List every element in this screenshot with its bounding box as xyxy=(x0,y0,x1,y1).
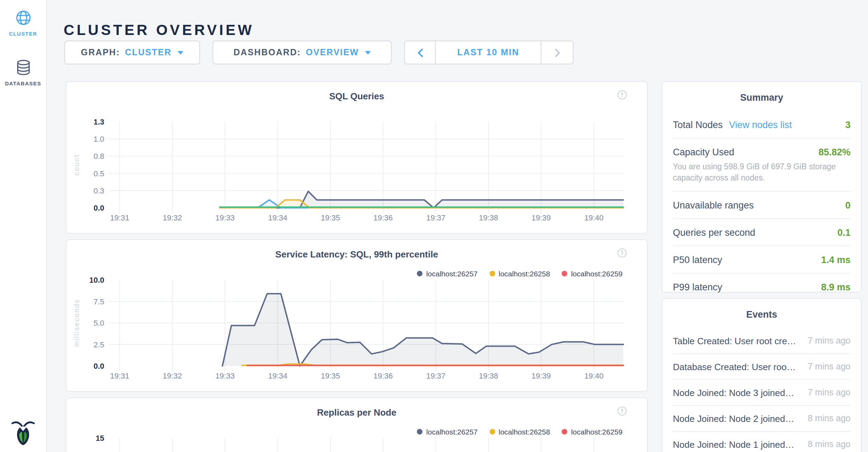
queries-per-second-value: 0.1 xyxy=(837,227,851,238)
svg-text:1.0: 1.0 xyxy=(93,135,104,143)
time-window-next-button[interactable] xyxy=(541,41,573,64)
chevron-down-icon xyxy=(365,51,371,54)
database-icon xyxy=(16,59,30,76)
svg-text:milliseconds: milliseconds xyxy=(73,299,80,347)
dashboard-dropdown-value: OVERVIEW xyxy=(306,48,359,57)
chart-title: Replicas per Node xyxy=(66,407,647,418)
event-time: 7 mins ago xyxy=(802,336,851,346)
summary-row-capacity: Capacity Used 85.82% You are using 598.9… xyxy=(673,139,851,192)
summary-row-p99-latency: P99 latency 8.9 ms xyxy=(673,274,851,300)
chart-legend: localhost:26257 localhost:26258 localhos… xyxy=(417,428,622,436)
summary-row-total-nodes: Total Nodes View nodes list 3 xyxy=(673,112,851,139)
legend-item[interactable]: localhost:26258 xyxy=(490,269,550,278)
legend-item[interactable]: localhost:26257 xyxy=(417,269,478,278)
summary-title: Summary xyxy=(662,82,861,103)
series-dot-icon xyxy=(490,429,495,435)
svg-text:19:39: 19:39 xyxy=(532,372,551,380)
event-row[interactable]: Node Joined: Node 1 joined… 8 mins ago xyxy=(673,432,851,452)
event-row[interactable]: Node Joined: Node 2 joined… 8 mins ago xyxy=(673,406,851,432)
svg-text:19:33: 19:33 xyxy=(215,213,235,222)
chevron-down-icon xyxy=(178,51,184,54)
svg-text:19:40: 19:40 xyxy=(584,372,604,380)
event-row[interactable]: Node Joined: Node 3 joined… 7 mins ago xyxy=(673,380,851,406)
events-title: Events xyxy=(662,299,861,320)
dashboard-dropdown-label: DASHBOARD: xyxy=(234,48,301,57)
svg-text:19:38: 19:38 xyxy=(479,213,498,222)
graph-dropdown-value: CLUSTER xyxy=(125,48,171,57)
svg-text:19:37: 19:37 xyxy=(426,213,446,222)
sidebar-item-cluster-label: CLUSTER xyxy=(9,31,37,37)
svg-text:count: count xyxy=(73,154,80,176)
replicas-per-node-plot[interactable]: 15141312111019:3119:3219:3319:3419:3519:… xyxy=(66,398,648,452)
series-dot-icon xyxy=(562,429,568,435)
chart-card-service-latency: 0.02.55.07.510.019:3119:3219:3319:3419:3… xyxy=(66,239,648,392)
legend-item[interactable]: localhost:26258 xyxy=(490,428,550,436)
event-time: 7 mins ago xyxy=(802,388,851,397)
info-icon[interactable] xyxy=(618,407,627,416)
capacity-value: 85.82% xyxy=(818,147,851,157)
info-icon[interactable] xyxy=(618,248,627,257)
event-time: 8 mins ago xyxy=(802,414,851,423)
svg-text:19:32: 19:32 xyxy=(163,372,182,380)
sidebar: CLUSTER DATABASES xyxy=(0,0,47,452)
svg-text:19:34: 19:34 xyxy=(268,372,287,380)
svg-text:19:35: 19:35 xyxy=(321,372,340,380)
svg-text:5.0: 5.0 xyxy=(93,319,104,327)
legend-item[interactable]: localhost:26257 xyxy=(417,428,478,436)
svg-text:0.0: 0.0 xyxy=(93,362,104,370)
svg-text:19:31: 19:31 xyxy=(110,213,129,222)
info-icon[interactable] xyxy=(618,90,627,99)
capacity-label: Capacity Used xyxy=(673,147,734,157)
page-title: CLUSTER OVERVIEW xyxy=(64,22,254,38)
total-nodes-value: 3 xyxy=(845,120,851,130)
graph-dropdown[interactable]: GRAPH: CLUSTER xyxy=(64,41,200,64)
sidebar-item-databases-label: DATABASES xyxy=(5,80,41,87)
chart-card-sql-queries: 0.00.30.50.81.01.319:3119:3219:3319:3419… xyxy=(66,81,648,234)
svg-text:0.8: 0.8 xyxy=(93,152,104,161)
svg-text:19:37: 19:37 xyxy=(426,372,446,380)
total-nodes-label: Total Nodes xyxy=(673,120,723,130)
series-dot-icon xyxy=(562,271,568,276)
time-window-prev-button[interactable] xyxy=(405,41,436,64)
event-row[interactable]: Table Created: User root cre… 7 mins ago xyxy=(673,328,851,354)
legend-item[interactable]: localhost:26259 xyxy=(562,269,622,278)
sidebar-item-cluster[interactable]: CLUSTER xyxy=(0,10,46,37)
chevron-left-icon xyxy=(417,48,423,57)
svg-text:0.3: 0.3 xyxy=(93,186,104,195)
series-dot-icon xyxy=(417,271,423,276)
svg-text:19:32: 19:32 xyxy=(163,213,182,222)
svg-text:15: 15 xyxy=(96,434,104,443)
dashboard-dropdown[interactable]: DASHBOARD: OVERVIEW xyxy=(213,41,392,64)
view-nodes-list-link[interactable]: View nodes list xyxy=(729,120,792,130)
svg-text:19:38: 19:38 xyxy=(479,372,498,380)
event-time: 8 mins ago xyxy=(802,439,851,449)
svg-text:10.0: 10.0 xyxy=(89,276,104,284)
summary-row-queries-per-second: Queries per second 0.1 xyxy=(673,219,851,246)
summary-row-unavailable-ranges: Unavailable ranges 0 xyxy=(673,192,851,219)
p50-latency-value: 1.4 ms xyxy=(821,254,851,265)
cluster-overview-page: CLUSTER DATABASES xyxy=(0,0,868,452)
chart-card-replicas-per-node: 15141312111019:3119:3219:3319:3419:3519:… xyxy=(66,397,648,452)
summary-row-p50-latency: P50 latency 1.4 ms xyxy=(673,246,851,274)
event-row[interactable]: Database Created: User roo… 7 mins ago xyxy=(673,354,851,380)
legend-item[interactable]: localhost:26259 xyxy=(562,428,622,436)
svg-text:19:33: 19:33 xyxy=(215,372,235,380)
time-window-selector: LAST 10 MIN xyxy=(404,41,574,64)
cockroachdb-logo-icon xyxy=(10,419,36,446)
svg-text:19:39: 19:39 xyxy=(532,213,551,222)
svg-text:19:40: 19:40 xyxy=(584,213,604,222)
chart-title: Service Latency: SQL, 99th percentile xyxy=(66,249,647,260)
sql-queries-plot[interactable]: 0.00.30.50.81.01.319:3119:3219:3319:3419… xyxy=(66,82,648,233)
unavailable-ranges-value: 0 xyxy=(845,200,851,210)
p99-latency-value: 8.9 ms xyxy=(821,282,851,292)
time-window-value[interactable]: LAST 10 MIN xyxy=(436,41,541,64)
svg-text:19:35: 19:35 xyxy=(321,213,340,222)
chart-title: SQL Queries xyxy=(66,91,647,101)
sidebar-item-databases[interactable]: DATABASES xyxy=(0,59,46,87)
summary-panel: Summary Total Nodes View nodes list 3 Ca… xyxy=(662,81,862,292)
svg-text:0.5: 0.5 xyxy=(93,169,104,178)
service-latency-plot[interactable]: 0.02.55.07.510.019:3119:3219:3319:3419:3… xyxy=(66,240,648,391)
series-dot-icon xyxy=(417,429,423,435)
chart-legend: localhost:26257 localhost:26258 localhos… xyxy=(417,269,622,278)
svg-text:7.5: 7.5 xyxy=(93,297,104,306)
